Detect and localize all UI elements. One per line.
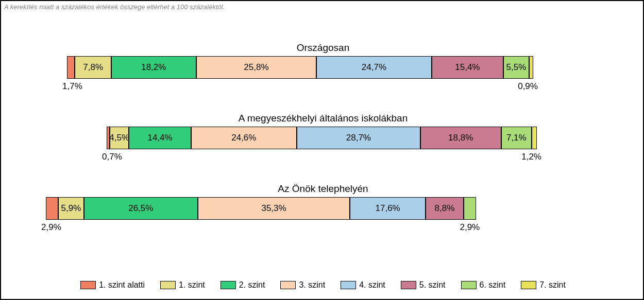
legend-item: 3. szint xyxy=(280,280,325,290)
segment-label: 1,2% xyxy=(521,152,541,162)
segment-label: 28,7% xyxy=(346,133,371,143)
legend-label: 4. szint xyxy=(359,280,385,290)
bar-segment: 17,6% xyxy=(350,197,426,220)
bar-wrapper: 2,9%5,9%26,5%35,3%17,6%8,8%2,9% xyxy=(1,197,644,238)
segment-label: 8,8% xyxy=(435,203,455,214)
segment-label: 24,7% xyxy=(362,62,386,73)
segment-label: 18,8% xyxy=(448,133,473,143)
legend-item: 1. szint alatti xyxy=(80,280,145,290)
legend-item: 1. szint xyxy=(160,280,205,290)
bar-segment: 28,7% xyxy=(297,127,420,149)
chart-container: A kerekítés miatt a százalékos értékek ö… xyxy=(0,0,644,300)
bar-title: A megyeszékhelyi általános iskolákban xyxy=(1,113,644,124)
segment-label: 0,9% xyxy=(518,81,538,92)
legend-swatch xyxy=(160,281,176,289)
segment-label: 14,4% xyxy=(147,133,172,143)
stacked-bar: 1,7%7,8%18,2%25,8%24,7%15,4%5,5%0,9% xyxy=(67,56,533,79)
bar-segment: 7,1% xyxy=(501,127,532,149)
legend-swatch xyxy=(221,281,236,289)
bar-segment: 1,2% xyxy=(532,127,537,149)
bar-segment: 1,7% xyxy=(67,56,75,79)
legend-label: 1. szint xyxy=(179,280,205,290)
legend-label: 1. szint alatti xyxy=(99,280,145,290)
bar-wrapper: 0,7%4,5%14,4%24,6%28,7%18,8%7,1%1,2% xyxy=(1,127,644,168)
segment-label: 25,8% xyxy=(244,62,268,73)
bar-title: Az Önök telephelyén xyxy=(1,183,644,195)
bar-group: Az Önök telephelyén2,9%5,9%26,5%35,3%17,… xyxy=(1,183,644,238)
bar-segment: 35,3% xyxy=(198,197,350,220)
segment-label: 35,3% xyxy=(261,203,286,214)
bar-segment: 24,6% xyxy=(191,127,297,149)
segment-label: 17,6% xyxy=(376,203,400,214)
bar-segment: 5,5% xyxy=(503,56,529,79)
legend-swatch xyxy=(341,281,356,289)
segment-label: 2,9% xyxy=(41,222,61,233)
bar-segment: 26,5% xyxy=(84,197,198,220)
legend-item: 5. szint xyxy=(401,280,446,290)
segment-label: 4,5% xyxy=(109,133,129,143)
legend-item: 7. szint xyxy=(521,280,566,290)
bar-segment: 18,2% xyxy=(111,56,196,79)
legend-swatch xyxy=(80,281,96,289)
bar-segment: 24,7% xyxy=(316,56,432,79)
segment-label: 15,4% xyxy=(455,62,480,73)
bar-title: Országosan xyxy=(1,42,644,54)
bar-segment: 18,8% xyxy=(420,127,501,149)
bar-segment: 2,9% xyxy=(464,197,476,220)
legend-label: 5. szint xyxy=(419,280,446,290)
segment-label: 7,8% xyxy=(83,62,103,73)
bar-segment: 0,9% xyxy=(529,56,533,79)
legend: 1. szint alatti1. szint2. szint3. szint4… xyxy=(1,280,644,290)
bar-segment: 2,9% xyxy=(46,197,58,220)
legend-item: 2. szint xyxy=(221,280,265,290)
bar-segment: 5,9% xyxy=(58,197,83,220)
stacked-bar: 0,7%4,5%14,4%24,6%28,7%18,8%7,1%1,2% xyxy=(107,127,537,149)
chart-note: A kerekítés miatt a százalékos értékek ö… xyxy=(4,3,225,11)
stacked-bar: 2,9%5,9%26,5%35,3%17,6%8,8%2,9% xyxy=(46,197,476,220)
segment-label: 24,6% xyxy=(231,133,256,143)
bars-area: Országosan1,7%7,8%18,2%25,8%24,7%15,4%5,… xyxy=(1,42,644,254)
legend-swatch xyxy=(521,281,536,289)
segment-label: 5,9% xyxy=(61,203,81,214)
legend-label: 6. szint xyxy=(480,280,506,290)
legend-label: 7. szint xyxy=(539,280,566,290)
legend-item: 6. szint xyxy=(461,280,506,290)
segment-label: 2,9% xyxy=(460,222,480,233)
segment-label: 1,7% xyxy=(62,81,82,92)
segment-label: 18,2% xyxy=(141,62,166,73)
segment-label: 5,5% xyxy=(506,62,527,73)
segment-label: 0,7% xyxy=(102,152,122,162)
segment-label: 26,5% xyxy=(128,203,153,214)
legend-label: 3. szint xyxy=(299,280,325,290)
legend-swatch xyxy=(401,281,416,289)
bar-group: A megyeszékhelyi általános iskolákban0,7… xyxy=(1,113,644,168)
bar-group: Országosan1,7%7,8%18,2%25,8%24,7%15,4%5,… xyxy=(1,42,644,97)
bar-segment: 7,8% xyxy=(75,56,111,79)
bar-segment: 15,4% xyxy=(432,56,503,79)
bar-segment: 4,5% xyxy=(110,127,129,149)
bar-segment: 25,8% xyxy=(196,56,316,79)
segment-label: 7,1% xyxy=(506,133,527,143)
legend-swatch xyxy=(280,281,296,289)
bar-segment: 14,4% xyxy=(129,127,191,149)
legend-label: 2. szint xyxy=(239,280,265,290)
bar-wrapper: 1,7%7,8%18,2%25,8%24,7%15,4%5,5%0,9% xyxy=(1,56,644,97)
bar-segment: 8,8% xyxy=(426,197,464,220)
legend-swatch xyxy=(461,281,477,289)
legend-item: 4. szint xyxy=(341,280,385,290)
